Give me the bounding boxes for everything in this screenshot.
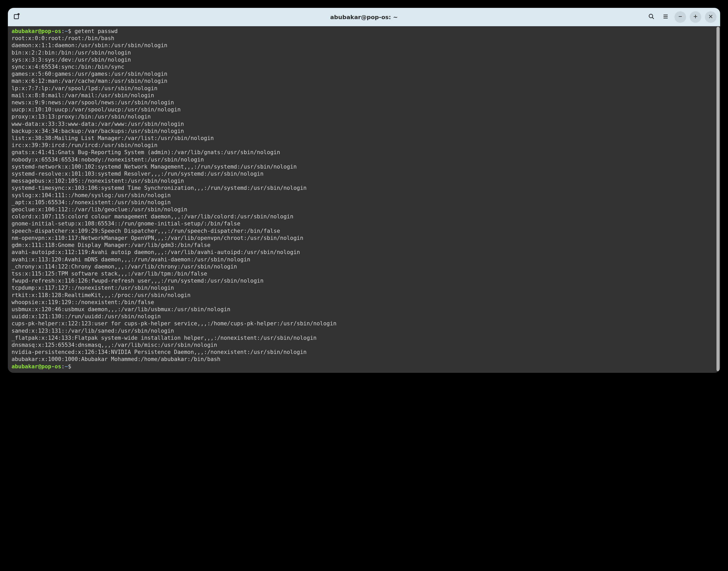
output-line: tss:x:115:125:TPM software stack,,,:/var…: [12, 270, 718, 277]
output-line: list:x:38:38:Mailing List Manager:/var/l…: [12, 135, 718, 142]
output-line: uuidd:x:121:130::/run/uuidd:/usr/sbin/no…: [12, 313, 718, 320]
prompt-dollar: $: [68, 28, 75, 34]
command-text: getent passwd: [75, 28, 117, 34]
prompt-user-host: abubakar@pop-os: [12, 363, 62, 370]
svg-rect-0: [14, 14, 18, 19]
maximize-button[interactable]: [690, 11, 701, 23]
output-line: gnats:x:41:41:Gnats Bug-Reporting System…: [12, 149, 718, 156]
close-icon: [708, 14, 713, 20]
minimize-icon: [678, 14, 683, 20]
prompt-dollar: $: [68, 363, 75, 370]
close-button[interactable]: [705, 11, 716, 23]
output-line: rtkit:x:118:128:RealtimeKit,,,:/proc:/us…: [12, 292, 718, 299]
output-line: backup:x:34:34:backup:/var/backups:/usr/…: [12, 128, 718, 135]
output-line: tcpdump:x:117:127::/nonexistent:/usr/sbi…: [12, 284, 718, 292]
new-tab-button[interactable]: [12, 12, 22, 22]
output-line: systemd-network:x:100:102:systemd Networ…: [12, 163, 718, 170]
output-line: mail:x:8:8:mail:/var/mail:/usr/sbin/nolo…: [12, 92, 718, 99]
output-line: fwupd-refresh:x:116:126:fwupd-refresh us…: [12, 277, 718, 284]
search-icon: [648, 13, 654, 21]
output-line: man:x:6:12:man:/var/cache/man:/usr/sbin/…: [12, 78, 718, 85]
output-line: messagebus:x:102:105::/nonexistent:/usr/…: [12, 178, 718, 185]
output-line: colord:x:107:115:colord colour managemen…: [12, 213, 718, 220]
output-line: proxy:x:13:13:proxy:/bin:/usr/sbin/nolog…: [12, 113, 718, 120]
prompt-path: ~: [65, 363, 68, 370]
prompt-path: ~: [65, 28, 68, 34]
output-line: news:x:9:9:news:/var/spool/news:/usr/sbi…: [12, 99, 718, 106]
output-line: whoopsie:x:119:129::/nonexistent:/bin/fa…: [12, 299, 718, 306]
output-line: irc:x:39:39:ircd:/run/ircd:/usr/sbin/nol…: [12, 142, 718, 149]
output-line: nobody:x:65534:65534:nobody:/nonexistent…: [12, 156, 718, 163]
output-line: gdm:x:111:118:Gnome Display Manager:/var…: [12, 242, 718, 249]
output-line: uucp:x:10:10:uucp:/var/spool/uucp:/usr/s…: [12, 106, 718, 113]
output-line: _flatpak:x:124:133:Flatpak system-wide i…: [12, 335, 718, 342]
minimize-button[interactable]: [674, 11, 686, 23]
output-line: saned:x:123:131::/var/lib/saned:/usr/sbi…: [12, 327, 718, 335]
terminal-window: abubakar@pop-os: ~: [8, 8, 720, 373]
window-title: abubakar@pop-os: ~: [8, 14, 720, 20]
output-line: systemd-resolve:x:101:103:systemd Resolv…: [12, 170, 718, 178]
output-line: abubakar:x:1000:1000:Abubakar Mohammed:/…: [12, 356, 718, 363]
output-line: bin:x:2:2:bin:/bin:/usr/sbin/nologin: [12, 49, 718, 56]
output-line: avahi:x:113:120:Avahi mDNS daemon,,,:/ru…: [12, 256, 718, 263]
output-line: systemd-timesync:x:103:106:systemd Time …: [12, 185, 718, 192]
output-line: speech-dispatcher:x:109:29:Speech Dispat…: [12, 228, 718, 235]
output-line: sys:x:3:3:sys:/dev:/usr/sbin/nologin: [12, 56, 718, 64]
output-line: daemon:x:1:1:daemon:/usr/sbin:/usr/sbin/…: [12, 42, 718, 49]
prompt-user-host: abubakar@pop-os: [12, 28, 62, 34]
output-line: cups-pk-helper:x:122:123:user for cups-p…: [12, 320, 718, 327]
output-line: usbmux:x:120:46:usbmux daemon,,,:/var/li…: [12, 306, 718, 313]
cursor: [75, 363, 78, 370]
svg-line-6: [652, 17, 654, 19]
output-line: nm-openvpn:x:110:117:NetworkManager Open…: [12, 235, 718, 242]
output-line: sync:x:4:65534:sync:/bin:/bin/sync: [12, 64, 718, 71]
prompt-separator: :: [62, 363, 65, 370]
scrollbar[interactable]: [716, 27, 720, 371]
prompt-separator: :: [62, 28, 65, 34]
output-line: lp:x:7:7:lp:/var/spool/lpd:/usr/sbin/nol…: [12, 85, 718, 92]
output-line: syslog:x:104:111::/home/syslog:/usr/sbin…: [12, 192, 718, 199]
output-line: _chrony:x:114:122:Chrony daemon,,,:/var/…: [12, 263, 718, 270]
terminal-line: abubakar@pop-os:~$: [12, 363, 718, 370]
menu-icon: [662, 13, 669, 21]
output-line: www-data:x:33:33:www-data:/var/www:/usr/…: [12, 121, 718, 128]
output-line: nvidia-persistenced:x:126:134:NVIDIA Per…: [12, 349, 718, 356]
output-line: root:x:0:0:root:/root:/bin/bash: [12, 35, 718, 42]
menu-button[interactable]: [660, 12, 671, 22]
terminal-line: abubakar@pop-os:~$ getent passwd: [12, 28, 718, 35]
output-line: geoclue:x:106:112::/var/lib/geoclue:/usr…: [12, 206, 718, 213]
svg-point-5: [649, 14, 653, 18]
maximize-icon: [693, 14, 698, 20]
new-tab-icon: [13, 13, 20, 21]
output-line: dnsmasq:x:125:65534:dnsmasq,,,:/var/lib/…: [12, 342, 718, 349]
terminal-body[interactable]: abubakar@pop-os:~$ getent passwdroot:x:0…: [8, 26, 720, 373]
output-line: _apt:x:105:65534::/nonexistent:/usr/sbin…: [12, 199, 718, 206]
search-button[interactable]: [646, 12, 657, 22]
titlebar: abubakar@pop-os: ~: [8, 8, 720, 26]
scrollbar-thumb[interactable]: [716, 27, 720, 371]
output-line: avahi-autoipd:x:112:119:Avahi autoip dae…: [12, 249, 718, 256]
output-line: gnome-initial-setup:x:108:65534::/run/gn…: [12, 220, 718, 227]
output-line: games:x:5:60:games:/usr/games:/usr/sbin/…: [12, 71, 718, 78]
